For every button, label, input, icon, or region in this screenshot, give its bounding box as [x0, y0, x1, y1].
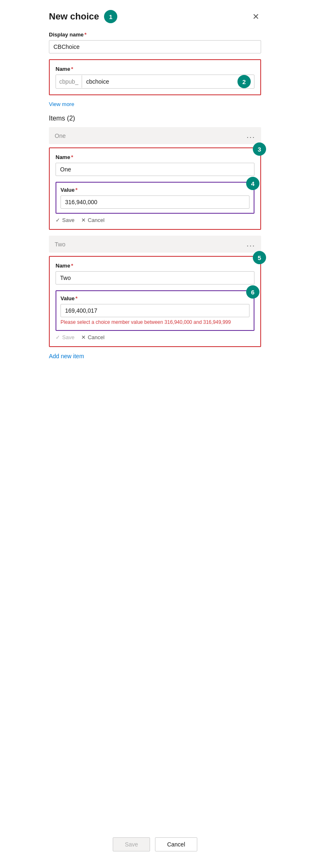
display-name-group: Display name*: [49, 31, 261, 53]
item1-collapsed-name: One: [55, 133, 65, 139]
item2-inline-actions: ✓ Save ✕ Cancel: [56, 334, 254, 340]
item1-name-group: Name*: [56, 154, 254, 176]
item1-value-label: Value*: [61, 187, 249, 193]
item1-name-label: Name*: [56, 154, 254, 160]
item2-cancel-button[interactable]: ✕ Cancel: [81, 334, 104, 340]
item2-name-input[interactable]: [56, 271, 254, 285]
close-button[interactable]: ✕: [251, 10, 261, 23]
badge-3: 3: [253, 142, 266, 156]
display-name-label: Display name*: [49, 31, 261, 38]
item2-value-input[interactable]: [61, 304, 249, 317]
item1-save-button[interactable]: ✓ Save: [56, 217, 75, 223]
item2-value-purple-section: 6 Value* Please select a choice member v…: [56, 290, 254, 331]
item2-value-label: Value*: [61, 295, 249, 301]
name-label: Name*: [56, 66, 254, 72]
item2-name-label: Name*: [56, 263, 254, 269]
display-name-input[interactable]: [49, 40, 261, 53]
name-input-row: cbpub_ 2: [56, 75, 254, 89]
item1-dots-menu[interactable]: ...: [247, 131, 255, 140]
panel-header: New choice 1 ✕: [49, 10, 261, 23]
item1-inline-actions: ✓ Save ✕ Cancel: [56, 217, 254, 223]
items-heading: Items (2): [49, 115, 261, 122]
footer-save-button[interactable]: Save: [113, 837, 150, 851]
badge-6: 6: [246, 285, 259, 299]
name-section: Name* cbpub_ 2: [49, 59, 261, 95]
bottom-bar: Save Cancel: [39, 837, 271, 851]
item1-value-purple-section: 4 Value*: [56, 182, 254, 214]
add-new-item-link[interactable]: Add new item: [49, 353, 261, 359]
item2-collapsed-name: Two: [55, 241, 65, 248]
panel-title-area: New choice 1: [49, 10, 117, 23]
badge-4: 4: [246, 177, 259, 190]
footer-cancel-button[interactable]: Cancel: [155, 837, 197, 851]
item2-value-error: Please select a choice member value betw…: [61, 319, 249, 326]
item1-cancel-x-icon: ✕: [81, 217, 86, 223]
badge-1: 1: [104, 10, 117, 23]
item1-expanded-section: 3 Name* 4 Value* ✓ Save ✕ Cancel: [49, 147, 261, 230]
item2-dots-menu[interactable]: ...: [247, 240, 255, 248]
name-suffix-input[interactable]: [82, 75, 237, 88]
item2-expanded-section: 5 Name* 6 Value* Please select a choice …: [49, 256, 261, 347]
item2-save-button[interactable]: ✓ Save: [56, 334, 75, 340]
item1-value-input[interactable]: [61, 195, 249, 209]
item2-save-check-icon: ✓: [56, 334, 60, 340]
item1-name-input[interactable]: [56, 163, 254, 176]
item1-collapsed-row[interactable]: One ...: [49, 127, 261, 144]
item1-save-check-icon: ✓: [56, 217, 60, 223]
badge-5: 5: [253, 251, 266, 264]
item1-cancel-button[interactable]: ✕ Cancel: [81, 217, 104, 223]
badge-2: 2: [237, 75, 251, 88]
panel-title: New choice: [49, 11, 99, 22]
item2-cancel-x-icon: ✕: [81, 334, 86, 340]
item2-collapsed-row[interactable]: Two ...: [49, 236, 261, 253]
name-prefix: cbpub_: [56, 75, 82, 88]
view-more-link[interactable]: View more: [49, 101, 261, 107]
item2-name-group: Name*: [56, 263, 254, 285]
